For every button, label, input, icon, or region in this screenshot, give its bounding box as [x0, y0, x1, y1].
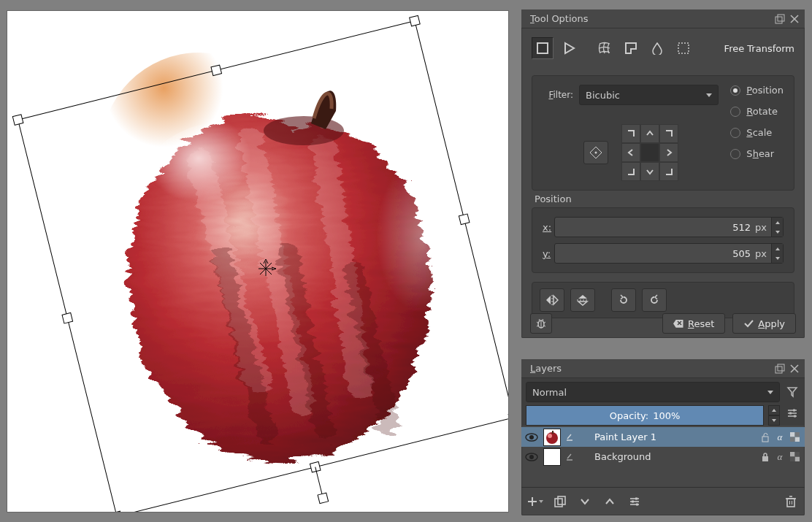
opacity-step-up[interactable] [768, 405, 780, 415]
opacity-slider[interactable]: Opacity: 100% [526, 405, 764, 426]
filter-combobox[interactable]: Bicubic [579, 85, 719, 105]
apply-button[interactable]: Apply [732, 313, 796, 334]
anchor-bottom[interactable] [640, 162, 659, 181]
y-step-down[interactable] [771, 253, 783, 263]
radio-position-label: Position [746, 85, 784, 96]
rotate-cw-button[interactable] [642, 288, 667, 312]
duplicate-icon [554, 496, 566, 507]
svg-rect-65 [762, 437, 768, 442]
mode-free-transform-button[interactable] [532, 37, 554, 59]
layer-name[interactable]: Background [578, 451, 755, 462]
y-spinbox[interactable]: px [554, 243, 784, 264]
lock-toggle[interactable] [759, 451, 771, 463]
debug-button[interactable] [530, 313, 552, 334]
duplicate-layer-button[interactable] [552, 494, 568, 510]
radio-scale[interactable]: Scale [730, 127, 784, 138]
x-step-down[interactable] [771, 227, 783, 237]
anchor-grid [621, 124, 678, 181]
x-step-up[interactable] [771, 218, 783, 227]
anchor-bottom-right[interactable] [659, 162, 678, 181]
lock-toggle[interactable] [759, 431, 771, 443]
radio-rotate-label: Rotate [746, 106, 778, 117]
visibility-toggle[interactable] [524, 430, 539, 445]
svg-point-62 [546, 432, 558, 444]
alpha-toggle[interactable]: α [774, 451, 786, 463]
mode-liquify-button[interactable] [647, 38, 667, 58]
layer-row[interactable]: Paint Layer 1 α [521, 427, 805, 447]
anchor-bottom-left[interactable] [621, 162, 640, 181]
canvas-image [101, 53, 451, 457]
mode-cage-button[interactable] [621, 38, 641, 58]
canvas-area[interactable] [7, 11, 508, 512]
y-unit: px [755, 248, 771, 259]
svg-marker-30 [565, 43, 574, 53]
delete-layer-button[interactable] [783, 494, 799, 510]
svg-rect-11 [12, 115, 23, 126]
layer-settings-button[interactable] [784, 405, 800, 421]
opacity-label: Opacity: [610, 410, 648, 421]
anchor-right[interactable] [659, 143, 678, 162]
svg-rect-58 [789, 412, 792, 415]
svg-rect-50 [775, 366, 782, 373]
anchor-center[interactable] [640, 143, 659, 162]
svg-rect-72 [762, 456, 768, 461]
mode-perspective-button[interactable] [559, 38, 580, 58]
svg-rect-87 [787, 499, 794, 507]
svg-rect-74 [794, 457, 800, 462]
svg-rect-84 [635, 498, 637, 500]
filter-layers-button[interactable] [784, 384, 800, 400]
svg-point-9 [264, 116, 344, 145]
layers-toolbar [521, 487, 805, 515]
filter-value: Bicubic [586, 90, 706, 101]
svg-rect-75 [794, 452, 800, 457]
float-panel-button[interactable] [773, 12, 787, 26]
add-layer-button[interactable] [527, 494, 543, 510]
y-input[interactable] [555, 244, 755, 263]
anchor-top[interactable] [640, 124, 659, 143]
opacity-step-down[interactable] [768, 415, 780, 426]
move-layer-up-button[interactable] [602, 494, 618, 510]
layer-row[interactable]: Background α [521, 447, 805, 467]
close-panel-button[interactable] [787, 361, 802, 376]
svg-rect-68 [794, 432, 800, 437]
anchor-left[interactable] [621, 143, 640, 162]
svg-rect-67 [794, 437, 800, 442]
mode-mesh-button[interactable] [673, 38, 694, 58]
x-unit: px [755, 222, 771, 233]
reset-button[interactable]: Reset [662, 313, 725, 334]
blend-mode-combobox[interactable]: Normal [526, 382, 780, 402]
y-step-up[interactable] [771, 244, 783, 253]
anchor-top-left[interactable] [621, 124, 640, 143]
close-panel-button[interactable] [787, 12, 802, 26]
svg-rect-26 [778, 15, 784, 21]
warp-grid-icon [598, 42, 611, 55]
radio-position[interactable]: Position [730, 85, 784, 96]
anchor-center-button[interactable] [583, 141, 608, 164]
move-layer-down-button[interactable] [577, 494, 593, 510]
anchor-top-right[interactable] [659, 124, 678, 143]
radio-rotate[interactable]: Rotate [730, 106, 784, 117]
flip-horizontal-button[interactable] [540, 288, 564, 312]
inherit-alpha-toggle[interactable] [789, 451, 800, 463]
layer-properties-button[interactable] [627, 494, 643, 510]
inherit-alpha-icon [790, 452, 800, 461]
svg-marker-37 [578, 295, 587, 299]
rotate-ccw-button[interactable] [611, 288, 636, 312]
x-input[interactable] [555, 218, 755, 237]
x-spinbox[interactable]: px [554, 217, 784, 237]
perspective-play-icon [563, 42, 576, 55]
filter-label: Filter: [543, 90, 573, 100]
radio-shear[interactable]: Shear [730, 148, 784, 159]
alpha-toggle[interactable]: α [774, 431, 786, 443]
visibility-toggle[interactable] [524, 450, 539, 464]
layers-titlebar: Layers [521, 359, 805, 378]
layer-name[interactable]: Paint Layer 1 [578, 431, 755, 442]
float-panel-button[interactable] [773, 361, 787, 376]
flip-vertical-button[interactable] [570, 288, 595, 312]
mode-warp-button[interactable] [594, 38, 615, 58]
reset-label: Reset [688, 318, 714, 329]
svg-rect-15 [459, 214, 470, 225]
inherit-alpha-toggle[interactable] [789, 431, 800, 443]
svg-point-71 [529, 455, 534, 459]
transform-mode-name: Free Transform [724, 43, 794, 54]
